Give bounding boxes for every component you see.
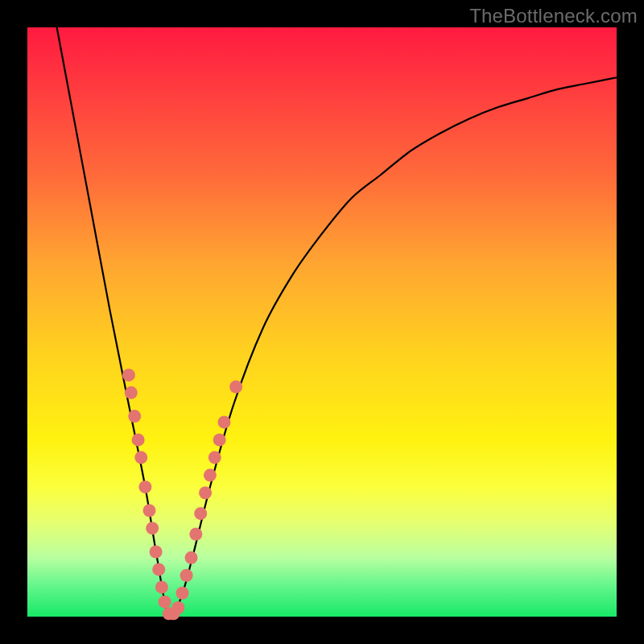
watermark-text: TheBottleneck.com (469, 5, 638, 27)
data-points (122, 369, 242, 620)
data-point (204, 469, 217, 481)
chart-svg (27, 27, 617, 617)
data-point (208, 451, 221, 464)
data-point (189, 528, 202, 541)
data-point (152, 563, 165, 576)
data-point (213, 433, 226, 446)
data-point (125, 386, 138, 399)
data-point (185, 551, 198, 564)
data-point (176, 587, 189, 600)
data-point (180, 569, 193, 582)
data-point (134, 451, 147, 464)
data-point (199, 486, 212, 499)
plot-area (27, 27, 617, 617)
data-point (138, 481, 151, 493)
data-point (171, 601, 184, 614)
data-point (146, 522, 159, 535)
bottleneck-curve (57, 27, 617, 618)
data-point (217, 415, 230, 428)
data-point (143, 504, 156, 517)
data-point (122, 369, 135, 382)
data-point (128, 410, 141, 423)
data-point (132, 433, 145, 446)
data-point (155, 580, 168, 593)
data-point (150, 545, 163, 558)
chart-frame: TheBottleneck.com (0, 0, 644, 644)
data-point (229, 381, 242, 394)
data-point (159, 596, 171, 609)
data-point (194, 507, 207, 520)
